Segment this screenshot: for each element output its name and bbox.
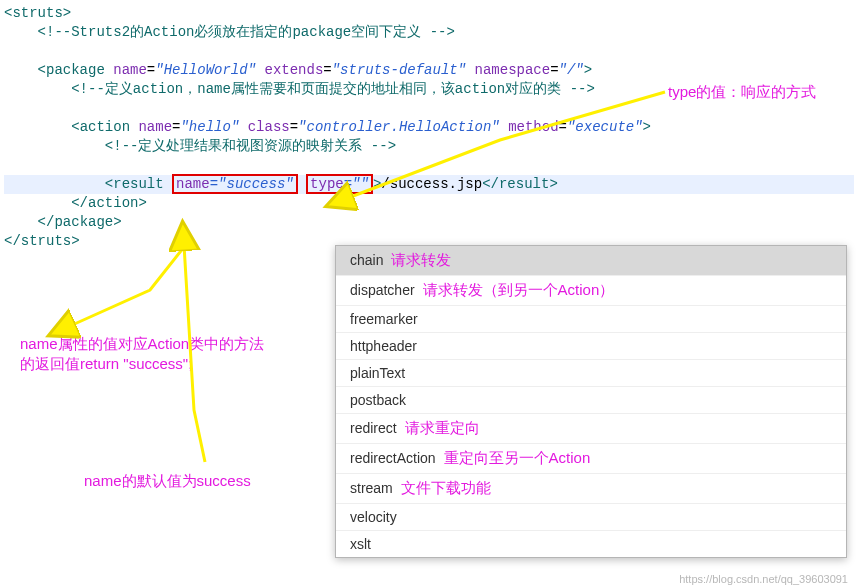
autocomplete-item[interactable]: postback bbox=[336, 387, 846, 414]
code-line: <struts> bbox=[4, 4, 858, 23]
annotation-name-default: name的默认值为success bbox=[84, 471, 251, 491]
code-line-highlight: <result name="success" type="">/success.… bbox=[4, 175, 854, 194]
code-line: </action> bbox=[4, 194, 858, 213]
autocomplete-item[interactable]: dispatcher请求转发（到另一个Action） bbox=[336, 276, 846, 306]
autocomplete-item[interactable]: stream文件下载功能 bbox=[336, 474, 846, 504]
autocomplete-option-label: dispatcher bbox=[350, 282, 415, 298]
autocomplete-option-hint: 重定向至另一个Action bbox=[444, 449, 591, 466]
autocomplete-item[interactable]: xslt bbox=[336, 531, 846, 557]
autocomplete-item[interactable]: redirect请求重定向 bbox=[336, 414, 846, 444]
autocomplete-item[interactable]: chain请求转发 bbox=[336, 246, 846, 276]
autocomplete-popup[interactable]: chain请求转发dispatcher请求转发（到另一个Action）freem… bbox=[335, 245, 847, 558]
code-line: <!--定义处理结果和视图资源的映射关系 --> bbox=[4, 137, 858, 156]
autocomplete-option-hint: 请求重定向 bbox=[405, 419, 480, 436]
autocomplete-option-hint: 文件下载功能 bbox=[401, 479, 491, 496]
code-line: <!--Struts2的Action必须放在指定的package空间下定义 --… bbox=[4, 23, 858, 42]
autocomplete-option-label: postback bbox=[350, 392, 406, 408]
autocomplete-option-label: plainText bbox=[350, 365, 405, 381]
autocomplete-option-hint: 请求转发 bbox=[391, 251, 451, 268]
highlight-box-name: name="success" bbox=[172, 174, 298, 194]
autocomplete-option-label: stream bbox=[350, 480, 393, 496]
code-line: </package> bbox=[4, 213, 858, 232]
highlight-box-type: type="" bbox=[306, 174, 373, 194]
autocomplete-item[interactable]: freemarker bbox=[336, 306, 846, 333]
autocomplete-option-label: httpheader bbox=[350, 338, 417, 354]
annotation-type: type的值：响应的方式 bbox=[668, 82, 816, 102]
autocomplete-option-hint: 请求转发（到另一个Action） bbox=[423, 281, 615, 298]
autocomplete-item[interactable]: httpheader bbox=[336, 333, 846, 360]
annotation-name2: 的返回值return "success"; bbox=[20, 354, 192, 374]
autocomplete-item[interactable]: redirectAction重定向至另一个Action bbox=[336, 444, 846, 474]
autocomplete-item[interactable]: plainText bbox=[336, 360, 846, 387]
code-line: <package name="HelloWorld" extends="stru… bbox=[4, 61, 858, 80]
annotation-name1: name属性的值对应Action类中的方法 bbox=[20, 334, 264, 354]
autocomplete-option-label: redirectAction bbox=[350, 450, 436, 466]
autocomplete-option-label: freemarker bbox=[350, 311, 418, 327]
autocomplete-option-label: velocity bbox=[350, 509, 397, 525]
code-editor: <struts> <!--Struts2的Action必须放在指定的packag… bbox=[0, 0, 858, 251]
autocomplete-option-label: chain bbox=[350, 252, 383, 268]
autocomplete-option-label: xslt bbox=[350, 536, 371, 552]
watermark: https://blog.csdn.net/qq_39603091 bbox=[679, 573, 848, 585]
autocomplete-option-label: redirect bbox=[350, 420, 397, 436]
code-line: <action name="hello" class="controller.H… bbox=[4, 118, 858, 137]
autocomplete-item[interactable]: velocity bbox=[336, 504, 846, 531]
